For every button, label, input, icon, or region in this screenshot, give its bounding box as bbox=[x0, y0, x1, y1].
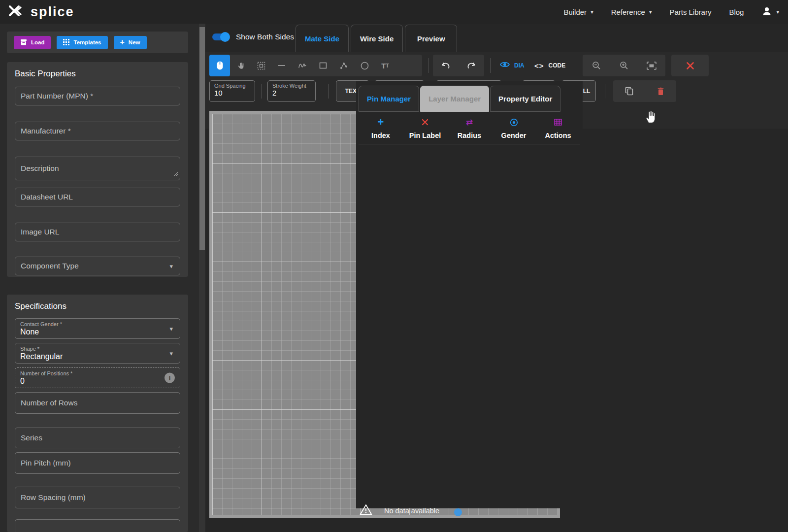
basic-properties-title: Basic Properties bbox=[15, 69, 180, 79]
tab-layer-manager[interactable]: Layer Manager bbox=[420, 86, 489, 112]
polyline-tool[interactable] bbox=[333, 55, 354, 76]
number-of-positions-label: Number of Positions * bbox=[20, 370, 175, 376]
pin-pitch-field[interactable]: Pin Pitch (mm) bbox=[15, 452, 180, 474]
code-toggle[interactable]: <> CODE bbox=[534, 55, 565, 76]
plus-icon: + bbox=[120, 38, 125, 46]
stroke-weight-value: 2 bbox=[272, 89, 311, 97]
stroke-weight-field[interactable]: Stroke Weight 2 bbox=[267, 80, 316, 102]
eye-icon bbox=[500, 61, 510, 70]
load-button[interactable]: Load bbox=[14, 36, 51, 49]
shape-value: Rectangular bbox=[20, 352, 175, 361]
image-url-field[interactable]: Image URL bbox=[15, 223, 180, 241]
tab-property-editor[interactable]: Property Editor bbox=[490, 86, 560, 112]
nav-parts-library[interactable]: Parts Library bbox=[669, 8, 711, 16]
dia-toggle[interactable]: DIA bbox=[500, 55, 525, 76]
app-root: splice Builder ▾ Reference ▾ Parts Libra… bbox=[0, 0, 788, 532]
number-of-positions-field[interactable]: Number of Positions * 0 i bbox=[15, 367, 180, 388]
tab-preview[interactable]: Preview bbox=[405, 25, 457, 52]
trash-icon[interactable] bbox=[645, 80, 676, 102]
number-of-rows-field[interactable]: Number of Rows bbox=[15, 392, 180, 414]
text-tool[interactable]: TT bbox=[375, 55, 395, 76]
origin-point[interactable] bbox=[454, 508, 462, 516]
edit-group bbox=[613, 80, 676, 102]
nav-builder-label: Builder bbox=[563, 8, 587, 16]
resize-grip-icon[interactable] bbox=[174, 169, 178, 178]
part-number-field[interactable]: Part Number (MPN) * bbox=[15, 87, 180, 105]
account-menu[interactable]: ▾ bbox=[761, 6, 779, 18]
grid-icon bbox=[63, 39, 69, 46]
new-button[interactable]: + New bbox=[114, 36, 147, 49]
shape-label: Shape * bbox=[20, 346, 175, 352]
sidebar-scrollbar[interactable] bbox=[199, 24, 205, 532]
duplicate-icon[interactable] bbox=[613, 80, 645, 102]
mouse-tool[interactable] bbox=[209, 55, 230, 76]
freehand-tool[interactable] bbox=[292, 55, 313, 76]
clipped-bottom-field[interactable] bbox=[15, 519, 180, 532]
manufacturer-field[interactable]: Manufacturer * bbox=[15, 122, 180, 140]
component-type-select[interactable]: Component Type ▾ bbox=[15, 257, 180, 275]
rectangle-tool[interactable] bbox=[313, 55, 333, 76]
empty-state-text: No data available bbox=[384, 507, 439, 515]
undo-button[interactable] bbox=[433, 55, 459, 76]
left-sidebar: Load Templates + New bbox=[0, 24, 199, 532]
row-spacing-field[interactable]: Row Spacing (mm) bbox=[15, 487, 180, 508]
brand-logo[interactable]: splice bbox=[7, 3, 74, 20]
contact-gender-select[interactable]: Contact Gender * None ▾ bbox=[15, 318, 180, 339]
side-tabs: Mate Side Wire Side Preview bbox=[296, 25, 459, 52]
tab-wire-side[interactable]: Wire Side bbox=[351, 25, 403, 52]
column-actions-label: Actions bbox=[545, 132, 571, 139]
sidebar-scrollbar-thumb[interactable] bbox=[199, 27, 205, 250]
redo-button[interactable] bbox=[459, 55, 484, 76]
tab-pin-manager[interactable]: Pin Manager bbox=[359, 86, 419, 112]
circle-tool[interactable] bbox=[354, 55, 375, 76]
toolbar-divider bbox=[575, 58, 575, 73]
zoom-in-icon[interactable] bbox=[610, 55, 638, 76]
sidebar-actions-card: Load Templates + New bbox=[7, 32, 188, 53]
pan-hand-tool[interactable] bbox=[230, 55, 251, 76]
grid-spacing-field[interactable]: Grid Spacing 10 bbox=[209, 80, 255, 102]
tab-mate-side[interactable]: Mate Side bbox=[296, 25, 349, 52]
info-icon[interactable]: i bbox=[164, 373, 175, 383]
shape-select[interactable]: Shape * Rectangular ▾ bbox=[15, 343, 180, 364]
show-both-sides-toggle[interactable] bbox=[212, 33, 229, 40]
column-pin-label-label: Pin Label bbox=[409, 132, 441, 139]
tool-group: TT bbox=[209, 55, 422, 76]
warning-icon bbox=[360, 504, 372, 517]
stroke-weight-label: Stroke Weight bbox=[272, 83, 311, 89]
chevron-down-icon: ▾ bbox=[776, 9, 779, 15]
series-field[interactable]: Series bbox=[15, 428, 180, 448]
fit-view-icon[interactable] bbox=[638, 55, 665, 76]
toolbar-divider bbox=[262, 84, 262, 99]
gender-target-icon[interactable] bbox=[509, 117, 519, 127]
toolbar-divider bbox=[490, 58, 491, 73]
number-of-positions-value: 0 bbox=[20, 377, 175, 386]
top-navbar: splice Builder ▾ Reference ▾ Parts Libra… bbox=[0, 0, 788, 24]
actions-grid-icon[interactable] bbox=[553, 117, 563, 127]
datasheet-url-field[interactable]: Datasheet URL bbox=[15, 188, 180, 206]
clear-pins-icon[interactable] bbox=[420, 117, 430, 127]
right-panel: Pin Manager Layer Manager Property Edito… bbox=[356, 81, 583, 508]
templates-button[interactable]: Templates bbox=[57, 36, 107, 49]
splice-logo-icon bbox=[7, 3, 26, 20]
number-of-rows-placeholder: Number of Rows bbox=[21, 399, 77, 407]
contact-gender-label: Contact Gender * bbox=[20, 321, 175, 327]
nav-builder[interactable]: Builder ▾ bbox=[563, 8, 593, 16]
add-pin-icon[interactable]: + bbox=[376, 117, 386, 127]
swap-arrows-icon[interactable]: ⇄ bbox=[464, 117, 474, 127]
specifications-card: Specifications Contact Gender * None ▾ S… bbox=[7, 295, 188, 532]
nav-reference[interactable]: Reference ▾ bbox=[611, 8, 652, 16]
part-number-placeholder: Part Number (MPN) * bbox=[21, 92, 93, 100]
line-tool[interactable] bbox=[271, 55, 292, 76]
column-pin-label: Pin Label bbox=[403, 113, 447, 144]
nav-parts-library-label: Parts Library bbox=[669, 8, 711, 16]
nav-blog[interactable]: Blog bbox=[729, 8, 744, 16]
description-field[interactable]: Description bbox=[15, 157, 180, 180]
basic-properties-card: Basic Properties Part Number (MPN) * Man… bbox=[7, 62, 188, 277]
component-type-placeholder: Component Type bbox=[21, 262, 79, 270]
templates-button-label: Templates bbox=[73, 39, 101, 45]
marquee-select-tool[interactable] bbox=[251, 55, 271, 76]
zoom-out-icon[interactable] bbox=[583, 55, 610, 76]
close-icon[interactable] bbox=[671, 55, 709, 76]
column-radius: ⇄ Radius bbox=[447, 113, 492, 144]
close-group bbox=[671, 55, 709, 76]
